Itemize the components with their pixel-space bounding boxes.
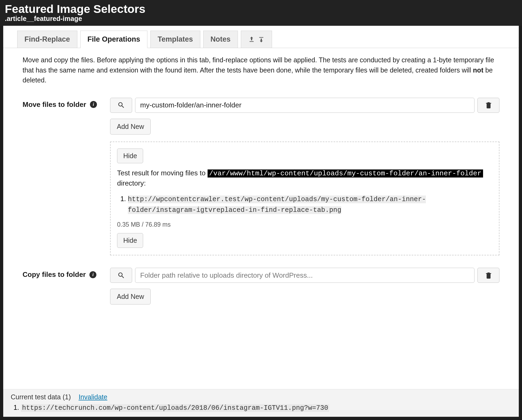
test-button[interactable]	[110, 98, 132, 113]
test-result-text: Test result for moving files to /var/www…	[117, 168, 492, 188]
tabs-row: Find-Replace File Operations Templates N…	[3, 26, 519, 48]
test-data-bar: Current test data (1) Invalidate https:/…	[3, 389, 519, 417]
main-panel: Find-Replace File Operations Templates N…	[3, 26, 519, 417]
test-result-box: Hide Test result for moving files to /va…	[110, 142, 499, 256]
trash-icon	[485, 271, 492, 279]
caption-title: Featured Image Selectors	[5, 3, 517, 15]
move-files-label: Move files to folder i	[23, 98, 110, 109]
result-url: http://wpcontentcrawler.test/wp-content/…	[128, 195, 426, 214]
add-new-button[interactable]: Add New	[110, 289, 151, 305]
result-stats: 0.35 MB / 76.89 ms	[117, 221, 492, 228]
test-data-item: https://techcrunch.com/wp-content/upload…	[21, 404, 511, 412]
info-icon[interactable]: i	[89, 271, 96, 278]
copy-files-row: Copy files to folder i Add New	[23, 268, 499, 305]
hide-button-top[interactable]: Hide	[117, 149, 143, 163]
tab-description: Move and copy the files. Before applying…	[23, 55, 499, 85]
hide-button-bottom[interactable]: Hide	[117, 233, 143, 248]
tab-import-export[interactable]	[241, 31, 272, 48]
info-icon[interactable]: i	[90, 101, 97, 108]
move-files-row: Move files to folder i Add New Hide	[23, 98, 499, 256]
result-item: http://wpcontentcrawler.test/wp-content/…	[128, 194, 492, 215]
add-new-button[interactable]: Add New	[110, 119, 151, 135]
test-data-header: Current test data (1) Invalidate	[11, 393, 511, 401]
tab-templates[interactable]: Templates	[150, 31, 200, 48]
test-data-url: https://techcrunch.com/wp-content/upload…	[21, 404, 329, 412]
delete-button[interactable]	[477, 98, 499, 113]
test-data-list: https://techcrunch.com/wp-content/upload…	[21, 404, 511, 412]
copy-files-label: Copy files to folder i	[23, 268, 110, 279]
result-path-code: /var/www/html/wp-content/uploads/my-cust…	[208, 169, 483, 178]
trash-icon	[485, 101, 492, 109]
tab-notes[interactable]: Notes	[203, 31, 238, 48]
search-icon	[117, 271, 125, 279]
result-list: http://wpcontentcrawler.test/wp-content/…	[128, 194, 492, 215]
test-button[interactable]	[110, 268, 132, 283]
tab-find-replace[interactable]: Find-Replace	[17, 31, 77, 48]
content-area: Move and copy the files. Before applying…	[3, 48, 519, 389]
import-icon	[258, 36, 265, 43]
move-folder-input[interactable]	[135, 98, 474, 113]
delete-button[interactable]	[477, 268, 499, 283]
tab-file-operations[interactable]: File Operations	[80, 31, 148, 48]
export-icon	[248, 36, 255, 43]
caption-subtitle: .article__featured-image	[5, 15, 517, 23]
video-caption-overlay: Featured Image Selectors .article__featu…	[0, 0, 522, 26]
search-icon	[117, 101, 125, 109]
copy-folder-input[interactable]	[135, 268, 474, 283]
invalidate-link[interactable]: Invalidate	[79, 393, 107, 401]
